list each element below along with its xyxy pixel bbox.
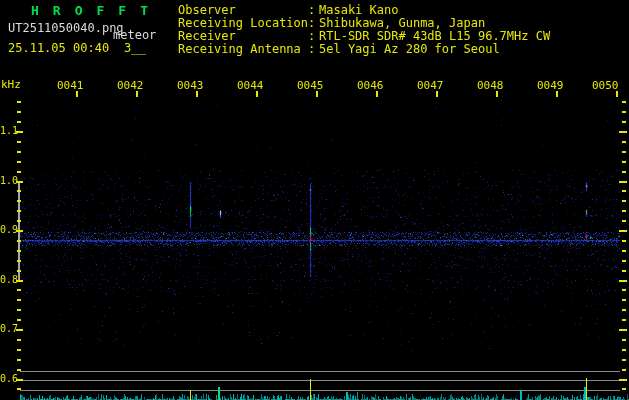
y-axis-unit-label: kHz (1, 78, 21, 91)
y-tick-label: 0.6 (0, 373, 18, 384)
app-title: HROFFT (31, 3, 162, 18)
y-tick-label: 1.1 (0, 125, 18, 136)
info-value: 5el Yagi Az 280 for Seoul (319, 43, 500, 56)
y-tick-label: 0.8 (0, 274, 18, 285)
x-tick-label: 0048 (477, 79, 504, 92)
x-tick-label: 0049 (537, 79, 564, 92)
mode-label: meteor (113, 28, 156, 42)
hrofft-window: HROFFT UT2511050040.png meteor 25.11.05 … (0, 0, 629, 400)
y-tick-label: 0.7 (0, 323, 18, 334)
x-tick-label: 0045 (297, 79, 324, 92)
x-tick-label: 0046 (357, 79, 384, 92)
datetime-label: 25.11.05 00:40 (8, 41, 109, 55)
x-tick-label: 0042 (117, 79, 144, 92)
counter-label: 3__ (124, 41, 146, 55)
station-info-row: Receiving Antenna:5el Yagi Az 280 for Se… (178, 43, 550, 56)
y-tick-label: 1.0 (0, 175, 18, 186)
station-info-table: Observer:Masaki KanoReceiving Location:S… (178, 4, 550, 56)
info-label: Receiving Antenna (178, 43, 308, 56)
x-tick-label: 0043 (177, 79, 204, 92)
x-tick-label: 0041 (57, 79, 84, 92)
y-tick-label: 0.9 (0, 224, 18, 235)
x-tick-label: 0050 (592, 79, 619, 92)
spectrogram-canvas (0, 0, 629, 400)
x-tick-label: 0047 (417, 79, 444, 92)
x-tick-label: 0044 (237, 79, 264, 92)
info-separator: : (308, 43, 319, 56)
filename-label: UT2511050040.png (8, 21, 124, 35)
